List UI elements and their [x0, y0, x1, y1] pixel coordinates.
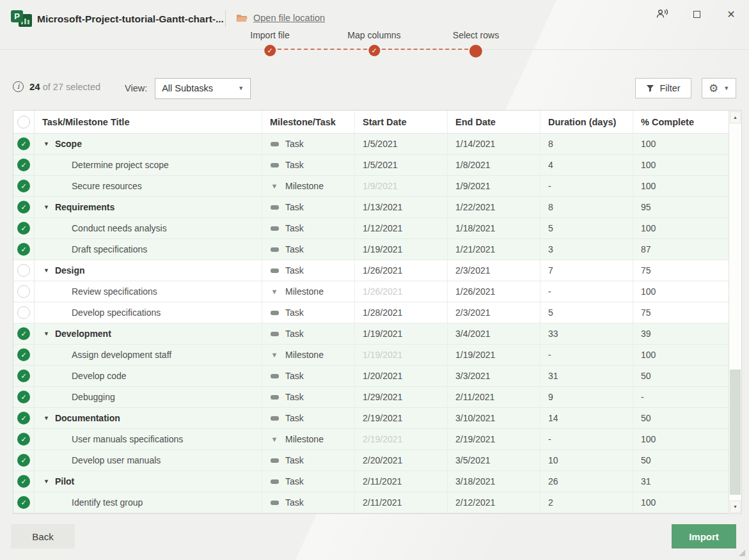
open-file-location-link[interactable]: Open file location — [236, 13, 325, 23]
table-body: ▼ Scope Task 1/5/2021 1/14/2021 8 100 ▼ … — [13, 134, 729, 513]
row-checkbox[interactable] — [17, 327, 30, 340]
table-row[interactable]: ▼ Scope Task 1/5/2021 1/14/2021 8 100 — [13, 134, 729, 155]
row-checkbox[interactable] — [17, 475, 30, 488]
maximize-button[interactable] — [688, 5, 706, 23]
type-label: Milestone — [285, 181, 324, 191]
header-duration[interactable]: Duration (days) — [540, 111, 633, 133]
row-checkbox[interactable] — [17, 348, 30, 361]
vertical-scrollbar[interactable]: ▲ ▼ — [729, 111, 741, 513]
resize-grip[interactable] — [739, 550, 745, 556]
row-checkbox[interactable] — [17, 243, 30, 256]
task-title: Conduct needs analysis — [72, 223, 167, 233]
type-icon — [270, 332, 279, 336]
header-end[interactable]: End Date — [447, 111, 540, 133]
start-date: 1/28/2021 — [354, 302, 447, 323]
support-icon[interactable] — [653, 5, 671, 23]
table-row[interactable]: ▼ Pilot Task 2/11/2021 3/18/2021 26 31 — [13, 471, 729, 492]
table-row[interactable]: ▼ Develop code Task 1/20/2021 3/3/2021 3… — [13, 366, 729, 387]
start-date: 1/19/2021 — [354, 345, 447, 365]
end-date: 2/12/2021 — [447, 492, 540, 513]
table-row[interactable]: ▼ Develop user manuals Task 2/20/2021 3/… — [13, 450, 729, 471]
table-row[interactable]: ▼ Secure resources ▼ Milestone 1/9/2021 … — [13, 176, 729, 197]
expand-caret-icon[interactable]: ▼ — [43, 331, 49, 337]
row-checkbox[interactable] — [17, 285, 30, 298]
percent-complete: 100 — [633, 218, 729, 238]
window-controls: ✕ — [653, 5, 740, 23]
table-row[interactable]: ▼ Debugging Task 1/29/2021 2/11/2021 9 - — [13, 387, 729, 408]
scrollbar-thumb[interactable] — [730, 369, 741, 495]
table-row[interactable]: ▼ User manuals specifications ▼ Mileston… — [13, 429, 729, 450]
expand-caret-icon[interactable]: ▼ — [43, 415, 49, 421]
back-button[interactable]: Back — [11, 524, 75, 548]
table-row[interactable]: ▼ Develop specifications Task 1/28/2021 … — [13, 302, 729, 323]
table-row[interactable]: ▼ Draft specifications Task 1/19/2021 1/… — [13, 239, 729, 260]
start-date: 2/19/2021 — [354, 408, 447, 428]
row-checkbox[interactable] — [17, 222, 30, 235]
start-date: 2/20/2021 — [354, 450, 447, 471]
folder-icon — [236, 13, 248, 23]
percent-complete: 31 — [633, 471, 729, 492]
table-row[interactable]: ▼ Requirements Task 1/13/2021 1/22/2021 … — [13, 197, 729, 218]
table-row[interactable]: ▼ Development Task 1/19/2021 3/4/2021 33… — [13, 323, 729, 345]
end-date: 3/18/2021 — [447, 471, 540, 492]
table-row[interactable]: ▼ Identify test group Task 2/11/2021 2/1… — [13, 492, 729, 513]
type-icon — [270, 395, 279, 400]
row-checkbox[interactable] — [17, 412, 30, 424]
row-checkbox[interactable] — [17, 369, 30, 382]
table-row[interactable]: ▼ Conduct needs analysis Task 1/12/2021 … — [13, 218, 729, 239]
type-label: Milestone — [285, 434, 324, 444]
info-icon[interactable]: i — [13, 81, 24, 92]
filter-button[interactable]: Filter — [635, 78, 691, 98]
table-row[interactable]: ▼ Determine project scope Task 1/5/2021 … — [13, 155, 729, 176]
duration: 8 — [540, 134, 633, 154]
row-checkbox[interactable] — [17, 201, 30, 214]
table-row[interactable]: ▼ Assign development staff ▼ Milestone 1… — [13, 345, 729, 366]
gear-icon: ⚙ — [709, 83, 718, 94]
settings-button[interactable]: ⚙ ▼ — [702, 78, 736, 98]
row-checkbox[interactable] — [17, 496, 30, 509]
type-label: Task — [285, 371, 304, 381]
close-button[interactable]: ✕ — [722, 5, 740, 23]
row-checkbox[interactable] — [17, 137, 30, 150]
step-check-icon — [264, 45, 276, 56]
end-date: 1/19/2021 — [447, 345, 540, 365]
row-checkbox[interactable] — [17, 306, 30, 319]
import-button[interactable]: Import — [672, 524, 736, 548]
chevron-down-icon: ▼ — [723, 85, 729, 91]
step-current-icon — [469, 45, 482, 58]
end-date: 1/8/2021 — [447, 155, 540, 175]
select-all-checkbox[interactable] — [17, 116, 30, 128]
row-checkbox[interactable] — [17, 159, 30, 171]
type-icon: ▼ — [270, 352, 279, 359]
table-row[interactable]: ▼ Documentation Task 2/19/2021 3/10/2021… — [13, 408, 729, 429]
task-title: Develop code — [72, 371, 127, 381]
type-icon — [270, 268, 279, 273]
row-checkbox[interactable] — [17, 180, 30, 192]
header-start[interactable]: Start Date — [354, 111, 447, 133]
header-title[interactable]: Task/Milestone Title — [35, 111, 262, 133]
table-row[interactable]: ▼ Design Task 1/26/2021 2/3/2021 7 75 — [13, 260, 729, 281]
type-icon — [270, 205, 279, 210]
scroll-down-button[interactable]: ▼ — [730, 501, 741, 513]
expand-caret-icon[interactable]: ▼ — [43, 267, 49, 274]
expand-caret-icon[interactable]: ▼ — [43, 141, 49, 147]
row-checkbox[interactable] — [17, 391, 30, 403]
header-complete[interactable]: % Complete — [633, 111, 729, 133]
row-checkbox[interactable] — [17, 433, 30, 446]
expand-caret-icon[interactable]: ▼ — [43, 204, 49, 210]
view-dropdown-value: All Subtasks — [162, 83, 238, 93]
duration: - — [540, 345, 633, 365]
start-date: 2/11/2021 — [354, 471, 447, 492]
header-type[interactable]: Milestone/Task — [262, 111, 354, 133]
expand-caret-icon[interactable]: ▼ — [43, 478, 49, 485]
filter-label: Filter — [659, 83, 680, 93]
row-checkbox[interactable] — [17, 264, 30, 277]
view-dropdown[interactable]: All Subtasks ▼ — [155, 78, 251, 99]
open-file-location-label: Open file location — [253, 13, 325, 23]
table-row[interactable]: ▼ Review specifications ▼ Milestone 1/26… — [13, 281, 729, 302]
end-date: 1/9/2021 — [447, 176, 540, 196]
scroll-up-button[interactable]: ▲ — [730, 111, 741, 123]
type-icon: ▼ — [270, 183, 279, 190]
row-checkbox[interactable] — [17, 454, 30, 467]
task-title: Identify test group — [72, 497, 143, 508]
